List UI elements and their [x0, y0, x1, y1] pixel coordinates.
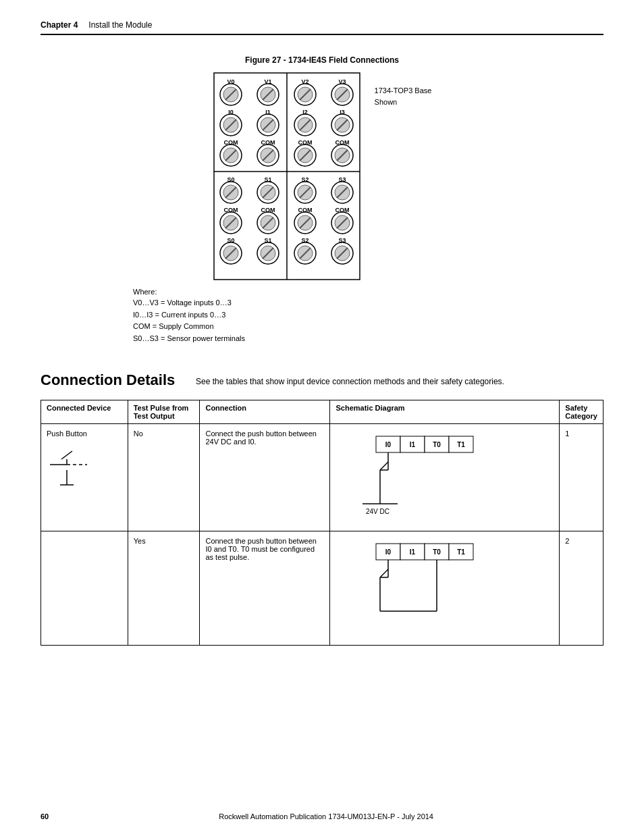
cell-schematic-1: I0 I1 T0 T1	[330, 424, 560, 531]
side-note-line1: 1734-TOP3 Base	[375, 85, 432, 97]
page-footer: 60 Rockwell Automation Publication 1734-…	[41, 812, 603, 820]
svg-text:I1: I1	[410, 548, 416, 556]
legend-item-0: V0…V3 = Voltage inputs 0…3	[133, 297, 552, 309]
svg-text:24V DC: 24V DC	[366, 508, 390, 515]
svg-line-130	[380, 569, 388, 577]
svg-text:T1: T1	[458, 548, 466, 556]
legend-intro: Where:	[133, 288, 552, 296]
push-button-svg	[47, 444, 107, 498]
svg-text:T0: T0	[433, 548, 441, 556]
device-name: Push Button	[47, 429, 122, 438]
svg-text:I1: I1	[410, 441, 416, 448]
terminal-block-diagram: V0 V1 V2 V3	[213, 72, 361, 281]
schematic-svg-2: I0 I1 T0 T1	[336, 537, 552, 638]
cell-testpulse-1: No	[128, 424, 200, 531]
header-test-pulse: Test Pulse from Test Output	[128, 400, 200, 424]
svg-text:T1: T1	[458, 441, 466, 448]
table-row-2: Yes Connect the push button between I0 a…	[41, 531, 603, 646]
push-button-symbol: Push Button	[47, 429, 122, 500]
header-safety: Safety Category	[560, 400, 603, 424]
figure-section: Figure 27 - 1734-IE4S Field Connections …	[41, 55, 603, 344]
svg-line-115	[380, 462, 388, 470]
cell-device-2	[41, 531, 128, 646]
cell-testpulse-2: Yes	[128, 531, 200, 646]
page: Chapter 4 Install the Module Figure 27 -…	[0, 0, 644, 834]
legend-item-3: S0…S3 = Sensor power terminals	[133, 333, 552, 345]
cell-safety-1: 1	[560, 424, 603, 531]
footer-center: Rockwell Automation Publication 1734-UM0…	[219, 812, 433, 820]
cell-device-1: Push Button	[41, 424, 128, 531]
cell-schematic-2: I0 I1 T0 T1	[330, 531, 560, 646]
figure-title: Figure 27 - 1734-IE4S Field Connections	[245, 55, 399, 65]
table-row-1: Push Button	[41, 424, 603, 531]
header-connection: Connection	[200, 400, 330, 424]
cell-connection-1: Connect the push button between 24V DC a…	[200, 424, 330, 531]
side-note-line2: Shown	[375, 97, 432, 108]
section-title: Connection Details	[41, 371, 176, 389]
chapter-label: Chapter 4	[41, 20, 78, 30]
page-header: Chapter 4 Install the Module	[41, 20, 603, 35]
schematic-svg-1: I0 I1 T0 T1	[336, 429, 552, 524]
figure-legend: Where: V0…V3 = Voltage inputs 0…3 I0…I3 …	[133, 288, 552, 344]
terminal-block-svg: V0 V1 V2 V3	[213, 72, 361, 281]
legend-item-1: I0…I3 = Current inputs 0…3	[133, 309, 552, 321]
section-title-container: Connection Details	[41, 371, 176, 389]
connection-details-section: Connection Details See the tables that s…	[41, 371, 603, 646]
header-connected-device: Connected Device	[41, 400, 128, 424]
section-intro: See the tables that show input device co…	[196, 375, 504, 388]
connection-table: Connected Device Test Pulse from Test Ou…	[41, 400, 603, 646]
side-note: 1734-TOP3 Base Shown	[375, 85, 432, 107]
cell-safety-2: 2	[560, 531, 603, 646]
chapter-title: Install the Module	[88, 20, 152, 30]
svg-line-102	[61, 451, 72, 459]
page-number: 60	[41, 812, 49, 820]
svg-text:I0: I0	[385, 548, 392, 556]
svg-text:T0: T0	[433, 441, 441, 448]
svg-text:I0: I0	[385, 441, 392, 448]
legend-item-2: COM = Supply Common	[133, 321, 552, 333]
header-schematic: Schematic Diagram	[330, 400, 560, 424]
figure-content: V0 V1 V2 V3	[213, 72, 432, 281]
cell-connection-2: Connect the push button between I0 and T…	[200, 531, 330, 646]
